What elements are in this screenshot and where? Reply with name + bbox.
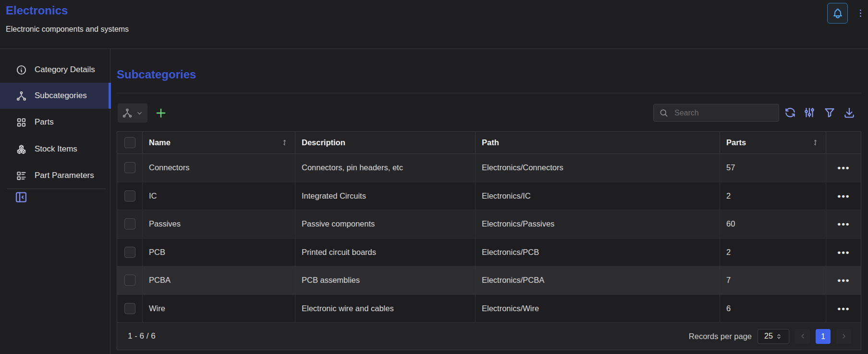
row-checkbox[interactable] xyxy=(124,247,135,258)
sort-icon[interactable] xyxy=(281,139,289,147)
cell-description: Printed circuit boards xyxy=(295,239,476,266)
sidebar-item-parts[interactable]: Parts xyxy=(0,109,110,135)
cell-parts: 7 xyxy=(720,266,826,294)
column-header-actions xyxy=(826,132,861,154)
select-all-checkbox[interactable] xyxy=(124,137,135,148)
notifications-button[interactable] xyxy=(827,3,848,24)
column-header-parts[interactable]: Parts xyxy=(720,132,826,154)
binary-tree-icon xyxy=(122,108,133,118)
cell-actions: ••• xyxy=(826,182,861,210)
column-header-name[interactable]: Name xyxy=(143,132,295,154)
page-subtitle: Electronic components and systems xyxy=(6,25,129,34)
column-header-path[interactable]: Path xyxy=(476,132,720,154)
panel-divider xyxy=(117,93,861,93)
cell-parts: 2 xyxy=(720,182,826,210)
row-actions-button[interactable]: ••• xyxy=(835,219,853,229)
cell-actions: ••• xyxy=(826,210,861,238)
page-title: Electronics xyxy=(6,4,68,17)
sidebar-item-part-parameters[interactable]: Part Parameters xyxy=(0,163,110,189)
sidebar-item-label: Parts xyxy=(35,117,54,127)
row-checkbox[interactable] xyxy=(124,303,135,314)
record-range-label: 1 - 6 / 6 xyxy=(128,331,156,341)
row-checkbox[interactable] xyxy=(124,190,135,202)
hierarchy-icon xyxy=(16,90,27,101)
refresh-icon[interactable] xyxy=(784,106,796,119)
page-1-button[interactable]: 1 xyxy=(816,329,831,344)
cell-description: Passive components xyxy=(295,210,476,238)
download-icon[interactable] xyxy=(843,106,856,119)
cell-name: PCBA xyxy=(143,266,295,294)
table-row[interactable]: PCBA PCB assemblies Electronics/PCBA 7 •… xyxy=(117,266,861,295)
sidebar-item-stock-items[interactable]: Stock Items xyxy=(0,136,110,162)
search-box xyxy=(653,104,779,122)
table-row[interactable]: PCB Printed circuit boards Electronics/P… xyxy=(117,239,861,267)
cell-actions: ••• xyxy=(826,295,861,323)
row-checkbox[interactable] xyxy=(124,218,135,229)
row-checkbox-cell xyxy=(117,154,143,182)
adjustments-icon[interactable] xyxy=(803,106,816,119)
sort-icon[interactable] xyxy=(811,139,819,147)
row-actions-button[interactable]: ••• xyxy=(835,247,853,257)
table-row[interactable]: IC Integrated Circuits Electronics/IC 2 … xyxy=(117,182,861,211)
table-row[interactable]: Connectors Connectors, pin headers, etc … xyxy=(117,154,861,182)
sidebar-item-subcategories[interactable]: Subcategories xyxy=(0,83,110,109)
sidebar-item-label: Stock Items xyxy=(35,144,77,154)
table-header-row: Name Description Path Parts xyxy=(117,132,861,154)
row-actions-button[interactable]: ••• xyxy=(835,275,853,285)
row-actions-button[interactable]: ••• xyxy=(835,191,853,201)
dots-vertical-icon[interactable] xyxy=(855,5,866,21)
column-header-description[interactable]: Description xyxy=(295,132,476,154)
cell-path: Electronics/PCBA xyxy=(476,266,720,294)
cell-description: Connectors, pin headers, etc xyxy=(295,154,476,182)
subcategories-table: Name Description Path Parts xyxy=(117,131,861,350)
bell-icon xyxy=(832,8,844,19)
row-checkbox[interactable] xyxy=(124,162,135,173)
chevron-left-icon xyxy=(799,332,807,340)
table-row[interactable]: Passives Passive components Electronics/… xyxy=(117,210,861,239)
header-divider xyxy=(0,49,868,49)
sidebar-item-label: Category Details xyxy=(35,65,95,75)
chevron-down-icon xyxy=(136,110,143,117)
app-window: Electronics Electronic components and sy… xyxy=(0,0,868,354)
row-actions-button[interactable]: ••• xyxy=(835,303,853,314)
select-all-cell xyxy=(117,132,143,154)
next-page-button[interactable] xyxy=(836,329,851,344)
previous-page-button[interactable] xyxy=(795,329,810,344)
filter-icon[interactable] xyxy=(823,106,836,119)
grid-icon xyxy=(16,117,27,128)
cell-description: PCB assemblies xyxy=(295,266,476,294)
sidebar-item-category-details[interactable]: Category Details xyxy=(0,57,110,83)
cell-parts: 57 xyxy=(720,154,826,182)
row-checkbox-cell xyxy=(117,210,143,238)
row-checkbox[interactable] xyxy=(124,275,135,286)
cell-name: Connectors xyxy=(143,154,295,182)
sidebar-collapse-icon[interactable] xyxy=(14,190,28,204)
cell-path: Electronics/IC xyxy=(476,182,720,210)
tree-view-dropdown-button[interactable] xyxy=(118,103,147,123)
search-input[interactable] xyxy=(673,108,773,118)
pagination-controls: Records per page 25 1 xyxy=(689,329,851,344)
sidebar-item-label: Subcategories xyxy=(35,91,87,101)
cell-name: IC xyxy=(143,182,295,210)
row-actions-button[interactable]: ••• xyxy=(835,163,853,173)
row-checkbox-cell xyxy=(117,295,143,323)
cell-path: Electronics/Passives xyxy=(476,210,720,238)
table-row[interactable]: Wire Electronic wire and cables Electron… xyxy=(117,295,861,323)
sidebar-separator xyxy=(7,189,106,189)
search-icon xyxy=(659,108,669,118)
info-circle-icon xyxy=(16,64,27,76)
cell-name: Passives xyxy=(143,210,295,238)
selector-icon xyxy=(775,333,782,340)
cell-actions: ••• xyxy=(826,266,861,294)
records-per-page-label: Records per page xyxy=(689,332,752,341)
cell-name: PCB xyxy=(143,239,295,266)
sidebar-item-label: Part Parameters xyxy=(35,171,94,180)
records-per-page-select[interactable]: 25 xyxy=(758,329,789,344)
packages-icon xyxy=(16,144,27,155)
table-footer: 1 - 6 / 6 Records per page 25 1 xyxy=(117,323,861,350)
row-checkbox-cell xyxy=(117,182,143,210)
table-body: Connectors Connectors, pin headers, etc … xyxy=(117,154,861,323)
cell-description: Electronic wire and cables xyxy=(295,295,476,323)
plus-icon xyxy=(154,106,168,120)
add-subcategory-button[interactable] xyxy=(154,106,168,120)
